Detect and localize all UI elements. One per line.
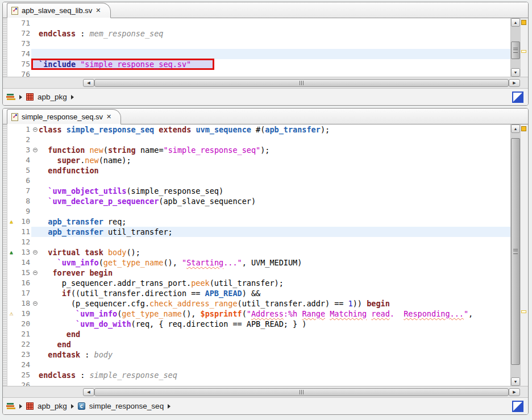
fold-gutter[interactable] [31,268,39,278]
maximize-icon[interactable] [512,92,523,103]
fold-gutter[interactable] [31,247,39,257]
code-line[interactable]: 13 virtual task body(); [7,247,510,257]
line-content[interactable] [31,69,510,77]
line-content[interactable]: endclass : simple_response_seq [31,370,510,380]
tab-close-icon[interactable]: ✕ [95,7,101,14]
overview-annotations-square[interactable] [521,126,526,131]
line-content[interactable] [31,237,510,247]
code-line[interactable]: 26 [7,380,510,386]
code-line[interactable]: 22 end [7,339,510,350]
line-content[interactable]: class simple_response_seq extends uvm_se… [31,124,510,135]
breadcrumb-arrow-icon[interactable] [168,404,171,409]
code-line[interactable]: 20 `uvm_do_with(req, { req.direction == … [7,319,510,329]
horizontal-scrollbar[interactable]: ◀ ▶ [3,77,528,88]
code-line[interactable]: 9 [7,206,510,217]
line-content[interactable] [31,18,510,28]
vertical-scroll-thumb[interactable] [511,138,520,365]
scroll-down-button[interactable]: ▼ [511,377,520,386]
breadcrumb-arrow-icon[interactable] [19,95,22,99]
maximize-icon[interactable] [512,401,523,412]
code-line[interactable]: 11 apb_transfer util_transfer; [7,227,510,237]
line-content[interactable]: apb_transfer util_transfer; [31,227,510,237]
breadcrumb-item-apb_pkg[interactable]: apb_pkg [26,402,67,410]
breadcrumb-item-library[interactable] [6,402,15,410]
scroll-down-button[interactable]: ▼ [511,68,520,77]
code-line[interactable]: 12 [7,237,510,247]
scroll-left-button[interactable]: ◀ [83,388,94,396]
code-editor[interactable]: 7172endclass : mem_response_seq737475`in… [3,18,528,77]
horizontal-scrollbar[interactable]: ◀ ▶ [3,386,528,397]
warning-marker[interactable] [7,309,15,319]
code-line[interactable]: 74 [7,49,510,59]
green-triangle-marker[interactable] [7,247,15,257]
overview-warning-marker[interactable] [521,310,526,313]
line-content[interactable]: apb_transfer req; [31,217,510,227]
line-content[interactable]: `uvm_info(get_type_name(), "Starting..."… [31,257,510,268]
code-lines[interactable]: 1class simple_response_seq extends uvm_s… [7,124,510,386]
code-line[interactable]: 10 apb_transfer req; [7,217,510,227]
breadcrumb-item-simple_response_seq[interactable]: csimple_response_seq [78,402,164,410]
line-content[interactable]: if((util_transfer.direction == APB_READ)… [31,288,510,298]
line-content[interactable] [31,176,510,186]
line-content[interactable]: `uvm_object_utils(simple_response_seq) [31,186,510,196]
line-content[interactable]: (p_sequencer.cfg.check_address_range(uti… [31,298,510,309]
fold-gutter[interactable] [31,145,39,155]
tab-close-icon[interactable]: ✕ [106,113,111,120]
code-line[interactable]: 2 [7,135,510,145]
line-content[interactable]: super.new(name); [31,155,510,165]
code-line[interactable]: 18 (p_sequencer.cfg.check_address_range(… [7,298,510,309]
fold-collapse-icon[interactable] [33,250,38,255]
code-line[interactable]: 8 `uvm_declare_p_sequencer(apb_slave_seq… [7,196,510,206]
code-line[interactable]: 5 endfunction [7,165,510,176]
vertical-scrollbar[interactable]: ▲ ▼ [510,124,520,386]
overview-warning-marker[interactable] [521,50,526,53]
line-content[interactable]: endfunction [31,165,510,176]
line-content[interactable]: `uvm_do_with(req, { req.direction == APB… [31,319,510,329]
code-line[interactable]: 1class simple_response_seq extends uvm_s… [7,124,510,135]
line-content[interactable]: endtask : body [31,350,510,360]
line-content[interactable] [31,206,510,217]
breadcrumb-arrow-icon[interactable] [19,404,22,409]
overview-ruler[interactable] [520,18,528,77]
line-content[interactable]: `uvm_declare_p_sequencer(apb_slave_seque… [31,196,510,206]
code-line[interactable]: 76 [7,69,510,77]
code-line[interactable]: 14 `uvm_info(get_type_name(), "Starting.… [7,257,510,268]
code-line[interactable]: 4 super.new(name); [7,155,510,165]
code-line[interactable]: 23 endtask : body [7,350,510,360]
code-line[interactable]: 73 [7,39,510,49]
line-content[interactable]: function new(string name="simple_respons… [31,145,510,155]
vertical-scroll-track[interactable] [511,133,520,377]
breadcrumb-item-apb_pkg[interactable]: apb_pkg [26,93,67,101]
code-editor[interactable]: 1class simple_response_seq extends uvm_s… [3,124,528,386]
line-content[interactable] [31,39,510,49]
overview-annotations-square[interactable] [521,20,526,25]
fold-collapse-icon[interactable] [33,127,38,132]
code-lines[interactable]: 7172endclass : mem_response_seq737475`in… [7,18,510,77]
code-line[interactable]: 16 p_sequencer.addr_trans_port.peek(util… [7,278,510,288]
code-line[interactable]: 21 end [7,329,510,339]
code-line[interactable]: 75`include "simple_response_seq.sv" [7,59,510,69]
tab-apb-slave-seq-lib[interactable]: apb_slave_seq_lib.sv ✕ [7,3,111,18]
line-content[interactable]: `uvm_info(get_type_name(), $psprintf("Ad… [31,309,510,319]
code-line[interactable]: 3 function new(string name="simple_respo… [7,145,510,155]
scroll-left-button[interactable]: ◀ [83,79,94,87]
scroll-right-button[interactable]: ▶ [509,79,520,87]
yellow-triangle-marker[interactable] [7,217,15,227]
code-line[interactable]: 25endclass : simple_response_seq [7,370,510,380]
code-line[interactable]: 24 [7,360,510,370]
fold-gutter[interactable] [31,298,39,309]
code-line[interactable]: 6 [7,176,510,186]
fold-gutter[interactable] [31,124,39,135]
line-content[interactable]: endclass : mem_response_seq [31,28,510,39]
scroll-right-button[interactable]: ▶ [509,388,520,396]
overview-ruler[interactable] [520,124,528,386]
line-content[interactable] [31,135,510,145]
vertical-scroll-track[interactable] [511,27,520,68]
scroll-up-button[interactable]: ▲ [511,18,520,27]
breadcrumb-item-library[interactable] [6,93,15,101]
code-line[interactable]: 15 forever begin [7,268,510,278]
line-content[interactable] [31,49,510,59]
code-line[interactable]: 71 [7,18,510,28]
line-content[interactable]: forever begin [31,268,510,278]
tab-simple-response-seq[interactable]: simple_response_seq.sv ✕ [7,109,121,124]
